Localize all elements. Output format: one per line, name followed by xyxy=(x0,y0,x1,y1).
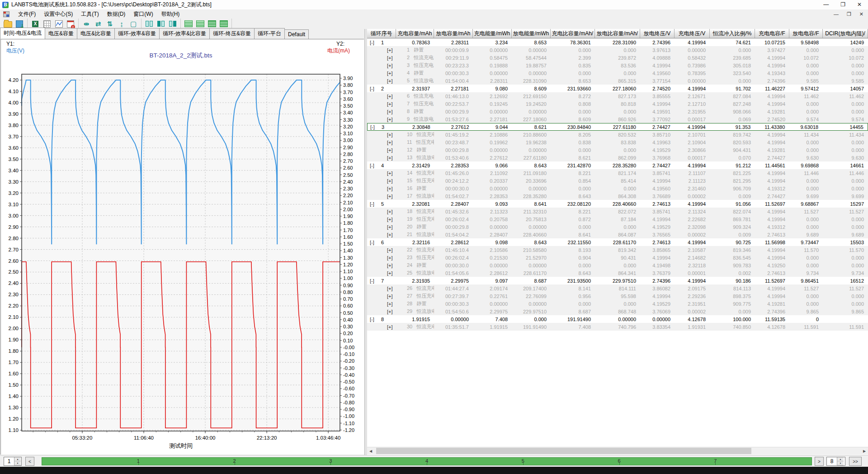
expand-icon[interactable]: [+] xyxy=(387,263,393,268)
tab-8[interactable]: Default xyxy=(284,29,309,39)
step-row[interactable]: [+]30 恒流充电01:35:51.71.91915191.914907.40… xyxy=(367,323,868,331)
export-excel-icon[interactable]: X xyxy=(30,19,41,28)
column-header[interactable]: 充电终压/V xyxy=(675,29,710,38)
spin-up-icon[interactable]: ▲ xyxy=(837,457,844,461)
fit-horizontal-icon[interactable]: ⇹ xyxy=(81,19,92,28)
expand-icon[interactable]: [+] xyxy=(387,132,393,137)
tab-6[interactable]: 循环-终压&容量 xyxy=(209,28,255,39)
collapse-icon[interactable]: [-] xyxy=(370,163,374,168)
step-row[interactable]: [+]2 恒流充电00:29:11.90.5847558.475442.3992… xyxy=(367,54,868,62)
column-header[interactable]: 放电容量/mAh xyxy=(434,29,473,38)
expand-icon[interactable]: [+] xyxy=(387,194,393,199)
collapse-right-pane-icon[interactable] xyxy=(167,19,178,28)
step-row[interactable]: [+]12 静置00:00:29.80.000000.000000.0000.0… xyxy=(367,146,868,154)
step-row[interactable]: [+]10 恒流充电01:45:19.22.10886210.886008.20… xyxy=(367,131,868,138)
cycle-row[interactable]: [-] 72.319352.299759.0978.687231.9350022… xyxy=(367,277,868,284)
column-header[interactable]: 循环序号 xyxy=(367,29,396,38)
mdi-close-button[interactable]: ✕ xyxy=(859,11,863,17)
expand-icon[interactable]: [+] xyxy=(387,286,393,291)
step-row[interactable]: [+]18 恒流充电01:45:32.62.11323211.323108.22… xyxy=(367,208,868,215)
expand-icon[interactable]: [+] xyxy=(387,247,393,253)
last-segment-button[interactable]: >> xyxy=(849,457,862,466)
expand-icon[interactable]: [+] xyxy=(387,94,393,99)
expand-icon[interactable]: [+] xyxy=(387,109,393,114)
step-row[interactable]: [+]17 恒流放电01:54:02.72.28353228.352808.64… xyxy=(367,192,868,200)
column-header[interactable]: 放电终压/V xyxy=(640,29,675,38)
step-row[interactable]: [+]22 恒流充电01:45:10.42.10586210.585808.19… xyxy=(367,246,868,254)
step-row[interactable]: [+]6 恒流充电01:46:13.02.12692212.691508.272… xyxy=(367,92,868,100)
expand-icon[interactable]: [+] xyxy=(387,78,393,84)
expand-icon[interactable]: [+] xyxy=(387,209,393,214)
step-row[interactable]: [+]8 静置00:00:29.90.000000.000000.0000.00… xyxy=(367,108,868,115)
cycle-row[interactable]: [-] 10.783632.283113.2348.65378.36301228… xyxy=(367,38,868,46)
step-row[interactable]: [+]5 恒流放电01:54:00.42.28311228.310908.653… xyxy=(367,77,868,85)
list-view-2-icon[interactable] xyxy=(195,19,206,28)
compress-x-icon[interactable]: ⇄ xyxy=(93,19,104,28)
open-file-icon[interactable] xyxy=(2,19,13,28)
chart-area[interactable]: 4.204.104.003.903.803.703.603.503.403.30… xyxy=(0,39,364,455)
step-row[interactable]: [+]21 恒流放电01:54:04.22.28407228.406608.64… xyxy=(367,231,868,238)
expand-icon[interactable]: [+] xyxy=(387,217,393,222)
expand-icon[interactable]: [+] xyxy=(387,186,393,191)
expand-icon[interactable]: [+] xyxy=(387,140,393,145)
step-row[interactable]: [+]3 恒压充电00:23:23.30.1988819.887570.8358… xyxy=(367,62,868,69)
menu-item-w[interactable]: 窗口(W) xyxy=(129,9,157,19)
cycle-row[interactable]: [-] 32.308482.276129.0448.621230.8484022… xyxy=(367,123,868,131)
tab-7[interactable]: 循环-平台 xyxy=(254,28,285,39)
expand-axis-icon[interactable]: ↨ xyxy=(116,19,127,28)
total-segments-spinner[interactable]: 8 ▲ ▼ xyxy=(826,457,845,466)
tab-2[interactable]: 电压&容量 xyxy=(45,28,77,39)
step-row[interactable]: [+]23 恒压充电00:26:02.40.2153021.529700.904… xyxy=(367,254,868,261)
tab-5[interactable]: 循环-效率&比容量 xyxy=(159,28,210,39)
expand-icon[interactable]: [+] xyxy=(387,309,393,314)
expand-icon[interactable]: [+] xyxy=(387,232,393,237)
mdi-document-icon[interactable] xyxy=(3,11,9,17)
zoom-region-icon[interactable]: ▢ xyxy=(128,19,139,28)
expand-icon[interactable]: [+] xyxy=(387,55,393,61)
collapse-icon[interactable]: [-] xyxy=(370,86,374,91)
column-header[interactable]: 充电电容/F xyxy=(755,29,789,38)
collapse-icon[interactable]: [-] xyxy=(370,124,375,130)
minimize-button[interactable]: — xyxy=(823,0,829,9)
expand-icon[interactable]: [+] xyxy=(387,71,393,76)
collapse-icon[interactable]: [-] xyxy=(370,317,374,322)
menu-item-h[interactable]: 帮助(H) xyxy=(157,9,184,19)
menu-item-t[interactable]: 工具(T) xyxy=(77,9,103,19)
step-row[interactable]: [+]9 恒流放电01:53:27.62.27181227.180608.609… xyxy=(367,115,868,123)
step-row[interactable]: [+]25 恒流放电01:54:05.62.28612228.611708.64… xyxy=(367,269,868,277)
tab-1[interactable]: 时间-电压&电流 xyxy=(0,28,45,39)
close-button[interactable]: ✕ xyxy=(857,0,862,9)
step-row[interactable]: [+]4 静置00:00:30.30.000000.000000.0000.00… xyxy=(367,69,868,77)
collapse-icon[interactable]: [-] xyxy=(370,40,374,45)
save-file-icon[interactable] xyxy=(14,19,25,28)
spin-down-icon[interactable]: ▼ xyxy=(837,461,844,465)
table-horizontal-scrollbar[interactable]: ◀ ▶ xyxy=(367,447,868,455)
column-header[interactable]: 恒流冲入比例/% xyxy=(710,29,755,38)
spin-up-icon[interactable]: ▲ xyxy=(14,457,21,461)
menu-item-s[interactable]: 设置中心(S) xyxy=(40,9,77,19)
expand-icon[interactable]: [+] xyxy=(387,294,393,299)
step-row[interactable]: [+]26 恒流充电01:44:27.42.09174209.174008.14… xyxy=(367,284,868,292)
schedule-info-icon[interactable] xyxy=(65,19,76,28)
step-row[interactable]: [+]20 静置00:00:29.80.000000.000000.0000.0… xyxy=(367,223,868,231)
menu-item-d[interactable]: 数据(D) xyxy=(103,9,130,19)
collapse-icon[interactable]: [-] xyxy=(370,240,374,245)
menu-item-f[interactable]: 文件(F) xyxy=(14,9,40,19)
current-segment-spinner[interactable]: 1 ▲ ▼ xyxy=(4,457,22,466)
expand-icon[interactable]: [+] xyxy=(387,171,393,176)
expand-icon[interactable]: [+] xyxy=(387,270,393,276)
expand-icon[interactable]: [+] xyxy=(387,147,393,153)
step-row[interactable]: [+]13 恒流放电01:53:40.62.27612227.611808.62… xyxy=(367,154,868,161)
column-header[interactable]: 放电比容量/mAh/ xyxy=(595,29,640,38)
collapse-icon[interactable]: [-] xyxy=(370,201,374,207)
fit-vertical-icon[interactable]: ⇅ xyxy=(104,19,115,28)
expand-icon[interactable]: [+] xyxy=(387,117,393,122)
prev-segment-button[interactable]: < xyxy=(25,457,34,466)
column-header[interactable]: 放电能量/mWh xyxy=(512,29,551,38)
expand-icon[interactable]: [+] xyxy=(387,324,393,330)
column-header[interactable]: 充电能量/mWh xyxy=(473,29,512,38)
curve-view-icon[interactable] xyxy=(53,19,64,28)
collapse-left-pane-icon[interactable] xyxy=(156,19,166,28)
step-row[interactable]: [+]27 恒压充电00:27:39.70.2276122.760990.956… xyxy=(367,292,868,300)
expand-icon[interactable]: [+] xyxy=(387,155,393,161)
